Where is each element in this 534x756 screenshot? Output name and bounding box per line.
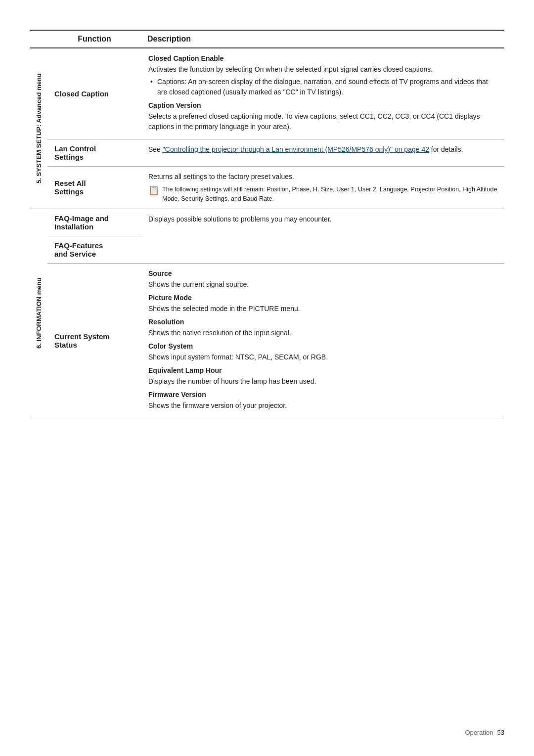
function-cell: Lan ControlSettings (47, 139, 141, 167)
section-label-cell: 5. SYSTEM SETUP: Advanced menu (30, 48, 47, 209)
table-row: Lan ControlSettingsSee "Controlling the … (30, 139, 504, 167)
desc-body: Shows the native resolution of the input… (148, 328, 497, 338)
note-icon: 📋 (148, 184, 159, 197)
desc-title: Firmware Version (148, 390, 497, 400)
function-cell: FAQ-Image andInstallation (47, 209, 141, 236)
desc-body: Selects a preferred closed captioning mo… (148, 111, 497, 132)
desc-body: Shows the firmware version of your proje… (148, 400, 497, 411)
col-header-section (30, 30, 47, 48)
desc-link[interactable]: "Controlling the projector through a Lan… (163, 145, 429, 153)
col-header-function: Function (47, 30, 141, 48)
function-cell: Current SystemStatus (47, 263, 141, 418)
description-cell: Returns all settings to the factory pres… (141, 167, 504, 209)
desc-title: Source (148, 268, 497, 279)
desc-body: Shows the selected mode in the PICTURE m… (148, 304, 497, 314)
desc-title: Equivalent Lamp Hour (148, 365, 497, 376)
desc-body: Shows the current signal source. (148, 279, 497, 290)
desc-note: 📋The following settings will still remai… (148, 185, 497, 204)
description-cell: Closed Caption EnableActivates the funct… (141, 48, 504, 139)
desc-title: Closed Caption Enable (148, 53, 497, 64)
desc-body: Returns all settings to the factory pres… (148, 172, 497, 182)
footer-label: Operation (465, 729, 493, 736)
desc-title: Color System (148, 341, 497, 352)
table-row: Reset AllSettingsReturns all settings to… (30, 167, 504, 209)
description-cell: Displays possible solutions to problems … (141, 209, 504, 263)
desc-body: Activates the function by selecting On w… (148, 64, 497, 75)
desc-title: Picture Mode (148, 293, 497, 303)
note-text: The following settings will still remain… (162, 185, 497, 204)
page-wrapper: Function Description 5. SYSTEM SETUP: Ad… (0, 0, 534, 756)
desc-bullet: Captions: An on-screen display of the di… (148, 77, 497, 97)
desc-title: Resolution (148, 317, 497, 327)
desc-link-paragraph: See "Controlling the projector through a… (148, 144, 497, 155)
description-cell: SourceShows the current signal source.Pi… (141, 263, 504, 418)
description-cell: See "Controlling the projector through a… (141, 139, 504, 167)
table-row: Current SystemStatusSourceShows the curr… (30, 263, 504, 418)
desc-body: Shows input system format: NTSC, PAL, SE… (148, 352, 497, 362)
function-cell: Closed Caption (47, 48, 141, 139)
desc-body: Displays possible solutions to problems … (148, 214, 497, 224)
main-table: Function Description 5. SYSTEM SETUP: Ad… (30, 30, 504, 418)
footer: Operation 53 (465, 729, 504, 736)
table-row: 5. SYSTEM SETUP: Advanced menuClosed Cap… (30, 48, 504, 139)
function-cell: FAQ-Featuresand Service (47, 236, 141, 263)
desc-body: Displays the number of hours the lamp ha… (148, 376, 497, 387)
table-row: 6. INFORMATION menuFAQ-Image andInstalla… (30, 209, 504, 236)
col-header-description: Description (141, 30, 504, 48)
desc-title: Caption Version (148, 100, 497, 111)
footer-page: 53 (497, 729, 504, 736)
section-label-cell: 6. INFORMATION menu (30, 209, 47, 418)
function-cell: Reset AllSettings (47, 167, 141, 209)
